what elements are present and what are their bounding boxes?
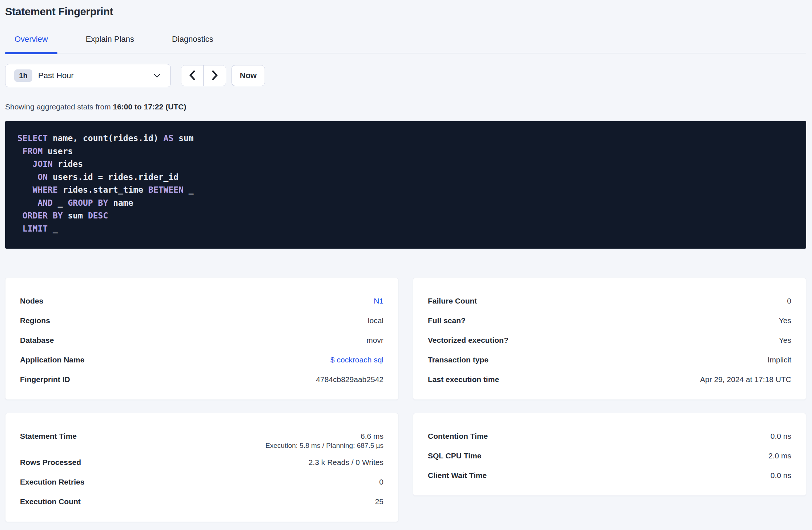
stat-row: Rows Processed 2.3 k Reads / 0 Writes: [20, 453, 383, 472]
sql-text: sum: [63, 211, 88, 220]
now-button[interactable]: Now: [232, 65, 265, 86]
sql-text: _: [53, 198, 68, 208]
overview-cards: Nodes N1 Regions local Database movr App…: [5, 278, 806, 522]
sql-keyword: ORDER: [23, 211, 48, 220]
stats-caption: Showing aggregated stats from 16:00 to 1…: [5, 103, 806, 111]
tab-explain-plans[interactable]: Explain Plans: [76, 35, 144, 53]
stats-caption-prefix: Showing aggregated stats from: [5, 103, 113, 111]
sql-line: ON users.id = rides.rider_id: [17, 171, 794, 184]
stat-value: 6.6 ms: [361, 432, 383, 441]
stat-label: Vectorized execution?: [428, 336, 508, 345]
stat-row: Database movr: [20, 330, 383, 350]
sql-text: sum: [173, 133, 193, 143]
sql-keyword: SELECT: [17, 133, 48, 143]
stat-value: 2.0 ms: [768, 451, 791, 460]
sql-code: SELECT name, count(rides.id) AS sum FROM…: [17, 132, 794, 235]
stat-row: Vectorized execution? Yes: [428, 330, 791, 350]
stats-caption-range: 16:00 to 17:22 (UTC): [113, 103, 186, 111]
stat-value: 0: [379, 478, 383, 486]
next-interval-button[interactable]: [204, 65, 226, 86]
time-interval-dropdown[interactable]: 1h Past Hour: [5, 64, 171, 87]
stat-row: Execution Retries 0: [20, 472, 383, 492]
sql-keyword: FROM: [23, 146, 43, 156]
sql-keyword: WHERE: [33, 185, 58, 194]
tab-bar: Overview Explain Plans Diagnostics: [5, 35, 806, 53]
stat-label: Rows Processed: [20, 458, 81, 467]
sql-line: AND _ GROUP BY name: [17, 197, 794, 210]
stat-label: Regions: [20, 316, 50, 325]
stat-label: Failure Count: [428, 297, 477, 305]
sql-keyword: BETWEEN: [148, 185, 184, 194]
stat-value: Yes: [779, 316, 791, 325]
sql-text: [17, 146, 23, 156]
sql-text: [17, 159, 33, 169]
sql-line: LIMIT _: [17, 222, 794, 236]
sql-keyword: ON: [37, 172, 48, 182]
card-statement-details: Nodes N1 Regions local Database movr App…: [5, 278, 398, 400]
stat-row: Full scan? Yes: [428, 311, 791, 330]
sql-line: SELECT name, count(rides.id) AS sum: [17, 132, 794, 145]
stat-label: Transaction type: [428, 356, 489, 364]
stat-value: 0.0 ns: [771, 471, 791, 480]
sql-text: [17, 198, 37, 208]
stat-label: Last execution time: [428, 375, 499, 384]
card-statement-timing: Statement Time 6.6 ms Execution: 5.8 ms …: [5, 413, 398, 522]
stat-label: Execution Retries: [20, 478, 84, 486]
statement-time-breakdown: Execution: 5.8 ms / Planning: 687.5 µs: [20, 442, 383, 453]
stat-value: 25: [375, 497, 383, 506]
stat-value: 2.3 k Reads / 0 Writes: [309, 458, 383, 467]
card-execution-attributes: Failure Count 0 Full scan? Yes Vectorize…: [413, 278, 806, 400]
stat-row: Failure Count 0: [428, 291, 791, 311]
stat-value: 4784cb829aab2542: [316, 375, 383, 384]
stat-row: Execution Count 25: [20, 492, 383, 511]
sql-text: rides: [53, 159, 83, 169]
sql-text: [93, 198, 98, 208]
interval-badge: 1h: [14, 69, 32, 82]
page-title: Statement Fingerprint: [5, 6, 806, 18]
sql-text: users.id = rides.rider_id: [48, 172, 178, 182]
sql-text: [17, 224, 23, 233]
interval-nav-group: [181, 65, 226, 86]
stat-label: Fingerprint ID: [20, 375, 70, 384]
sql-keyword: AND: [37, 198, 53, 208]
stat-row: Nodes N1: [20, 291, 383, 311]
node-link[interactable]: N1: [374, 297, 383, 305]
stat-value: Implicit: [768, 356, 791, 364]
stat-value: local: [368, 316, 383, 325]
stat-value: Yes: [779, 336, 791, 345]
stat-label: Contention Time: [428, 432, 488, 441]
sql-keyword: LIMIT: [23, 224, 48, 233]
sql-line: ORDER BY sum DESC: [17, 209, 794, 222]
card-resource-usage: Contention Time 0.0 ns SQL CPU Time 2.0 …: [413, 413, 806, 496]
stat-value: movr: [366, 336, 383, 345]
application-link[interactable]: $ cockroach sql: [330, 356, 383, 364]
sql-text: _: [184, 185, 194, 194]
sql-keyword: DESC: [88, 211, 108, 220]
stat-row: Client Wait Time 0.0 ns: [428, 466, 791, 485]
sql-text: name: [108, 198, 133, 208]
sql-text: [17, 211, 23, 220]
stat-row: Contention Time 0.0 ns: [428, 426, 791, 446]
stat-label: Database: [20, 336, 54, 345]
stat-row: Fingerprint ID 4784cb829aab2542: [20, 370, 383, 389]
sql-keyword: JOIN: [33, 159, 53, 169]
tab-diagnostics[interactable]: Diagnostics: [162, 35, 223, 53]
chevron-right-icon: [211, 70, 218, 82]
sql-line: WHERE rides.start_time BETWEEN _: [17, 184, 794, 197]
stat-row: Last execution time Apr 29, 2024 at 17:1…: [428, 370, 791, 389]
stat-row: SQL CPU Time 2.0 ms: [428, 446, 791, 466]
sql-statement-box: SELECT name, count(rides.id) AS sum FROM…: [5, 121, 806, 249]
sql-text: users: [43, 146, 73, 156]
stat-row: Regions local: [20, 311, 383, 330]
stat-label: Statement Time: [20, 432, 77, 441]
sql-text: rides.start_time: [58, 185, 148, 194]
interval-label: Past Hour: [38, 71, 74, 80]
sql-text: [48, 211, 53, 220]
stat-label: Application Name: [20, 356, 84, 364]
prev-interval-button[interactable]: [181, 65, 204, 86]
chevron-down-icon: [154, 74, 160, 78]
stat-value: 0: [787, 297, 791, 305]
sql-line: JOIN rides: [17, 158, 794, 171]
sql-keyword: BY: [98, 198, 108, 208]
tab-overview[interactable]: Overview: [5, 35, 57, 53]
